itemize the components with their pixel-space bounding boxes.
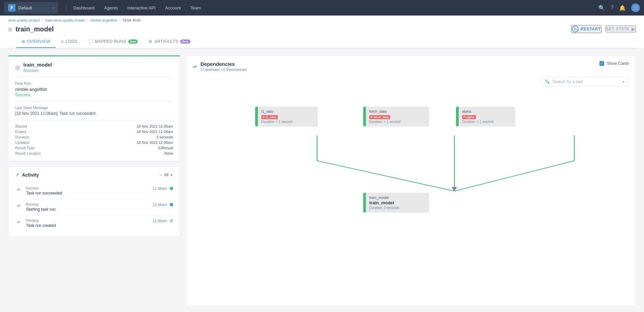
tabs: ⊞ OVERVIEW ≡ LOGS ⛶ MAPPED RUNS New ⚙ AR… — [8, 36, 636, 48]
search-icon[interactable]: 🔍 — [598, 5, 605, 11]
activity-item-time-pending: 11:05am — [153, 219, 173, 223]
tab-artifacts[interactable]: ⚙ ARTIFACTS Beta — [143, 36, 195, 48]
task-card-alpha[interactable]: alpha P alpha Duration: < 1 second — [456, 107, 515, 126]
nav-dashboard[interactable]: Dashboard — [69, 3, 99, 12]
task-card-badge-fetch: P fetch_data — [369, 115, 390, 119]
state-msg: [18 Nov 2021 11:06am]: Task run succeede… — [15, 111, 173, 116]
activity-filter[interactable]: → All ▼ — [159, 173, 173, 177]
artifacts-beta-badge: Beta — [180, 40, 190, 44]
topnav-icons: 🔍 ? 🔔 — [598, 3, 640, 12]
tab-logs[interactable]: ≡ LOGS — [56, 36, 83, 48]
page-title: train_model — [16, 25, 54, 33]
task-card-name-train: train_model — [369, 196, 426, 200]
flow-run-status: Success — [15, 93, 173, 97]
set-state-icon: ▶ — [632, 26, 636, 32]
activity-item-icon-running: ⇌ — [15, 203, 22, 208]
tab-overview[interactable]: ⊞ OVERVIEW — [16, 36, 56, 48]
activity-item-content-running: Running Starting task run. — [26, 203, 149, 212]
breadcrumb-bar: wine-quality-project › train-wine-qualit… — [0, 16, 644, 49]
breadcrumb-sep-3: › — [119, 18, 120, 22]
meta-result-loc-value: None — [94, 151, 173, 155]
activity-item-success: ⇌ Success Task run succeeded. 11:06am — [15, 183, 173, 199]
info-card-divider-3 — [15, 120, 173, 120]
activity-item-time-success: 11:06am — [153, 186, 173, 190]
info-card-divider-1 — [15, 77, 173, 77]
info-card-divider-2 — [15, 101, 173, 102]
breadcrumb-run[interactable]: nimble-angelfish — [90, 18, 117, 22]
task-card-badge-alpha: P alpha — [462, 115, 476, 119]
info-card-icon: ◎ — [15, 64, 20, 71]
search-task-input-container[interactable]: 🔍 Search for a task ▼ — [541, 77, 629, 86]
svg-line-4 — [454, 161, 574, 191]
meta-ended-label: Ended — [15, 130, 94, 134]
activity-icon: ↗ — [15, 172, 19, 178]
page-title-left: ◎ train_model — [8, 25, 54, 33]
overview-icon: ⊞ — [22, 39, 25, 44]
dot-pending — [170, 219, 173, 223]
activity-item-icon-pending: ⇌ — [15, 219, 22, 224]
user-avatar[interactable] — [631, 3, 640, 12]
meta-duration-label: Duration — [15, 135, 94, 139]
meta-started-label: Started — [15, 124, 94, 128]
state-msg-label: Last State Message — [15, 106, 173, 110]
mapped-runs-icon: ⛶ — [88, 39, 93, 44]
activity-item-desc-success: Task run succeeded. — [26, 191, 149, 196]
avatar-icon — [633, 6, 638, 10]
help-icon[interactable]: ? — [611, 5, 614, 11]
show-cards-checkbox[interactable]: ✓ — [599, 61, 604, 66]
task-card-name-l1: l1_ratio — [261, 109, 314, 113]
task-card-l1-ratio[interactable]: l1_ratio P l1_ratio Duration: < 1 second — [255, 107, 318, 126]
breadcrumb-flow[interactable]: train-wine-quality-model — [45, 18, 85, 22]
task-card-bold-train: train_model — [369, 200, 426, 205]
brand-logo: P — [8, 4, 16, 11]
meta-result-type-label: Result Type — [15, 146, 94, 150]
info-card-header: ◎ train_model Success — [15, 62, 173, 73]
deps-header: ⇌ Dependencies 3 Upstream • 0 Downstream… — [193, 61, 629, 72]
show-cards-label: Show Cards — [607, 61, 629, 66]
notifications-icon[interactable]: 🔔 — [619, 5, 626, 11]
activity-item-status-success: Success — [26, 186, 149, 190]
task-card-name-alpha: alpha — [462, 109, 512, 113]
dot-running — [170, 203, 173, 206]
flow-run-section: Flow Run nimble-angelfish Success — [15, 81, 173, 97]
flow-run-name[interactable]: nimble-angelfish — [15, 87, 173, 92]
nav-agents[interactable]: Agents — [100, 3, 122, 12]
task-card-body-train: train_model train_model Duration: 3 seco… — [366, 193, 429, 212]
search-task-icon: 🔍 — [545, 79, 550, 84]
breadcrumb-sep-2: › — [87, 18, 88, 22]
set-state-button[interactable]: SET STATE ▶ — [606, 26, 636, 32]
left-panel: ◎ train_model Success Flow Run nimble-an… — [8, 55, 180, 307]
task-card-name-fetch: fetch_data — [369, 109, 426, 113]
activity-item-status-pending: Pending — [26, 219, 149, 223]
brand-selector[interactable]: P Default › — [4, 2, 58, 14]
task-card-stripe-l1 — [255, 107, 258, 126]
task-card-stripe-train — [363, 193, 366, 212]
flow-run-label: Flow Run — [15, 81, 173, 85]
task-card-fetch-data[interactable]: fetch_data P fetch_data Duration: < 1 se… — [363, 107, 429, 126]
task-card-body-alpha: alpha P alpha Duration: < 1 second — [459, 107, 515, 126]
info-meta-grid: Started 18 Nov 2021 11:06am Ended 18 Nov… — [15, 124, 173, 155]
activity-filter-label: All — [164, 173, 168, 177]
tab-mapped-runs[interactable]: ⛶ MAPPED RUNS New — [83, 36, 143, 48]
deps-title: Dependencies — [200, 61, 247, 67]
activity-item-time-running: 11:06am — [153, 203, 173, 207]
task-card-train-model[interactable]: train_model train_model Duration: 3 seco… — [363, 193, 429, 212]
nav-divider — [66, 3, 66, 13]
task-card-stripe-alpha — [456, 107, 459, 126]
breadcrumb-project[interactable]: wine-quality-project — [8, 18, 40, 22]
search-task-row: 🔍 Search for a task ▼ — [193, 77, 629, 86]
activity-list: ⇌ Success Task run succeeded. 11:06am ⇌ … — [15, 183, 173, 231]
activity-filter-dropdown-icon: ▼ — [170, 173, 173, 177]
main-layout: ◎ train_model Success Flow Run nimble-an… — [0, 49, 644, 312]
activity-header: ↗ Activity → All ▼ — [15, 172, 173, 178]
activity-item-content-pending: Pending Task run created — [26, 219, 149, 228]
nav-account[interactable]: Account — [161, 3, 185, 12]
show-cards-row: ✓ Show Cards — [599, 61, 629, 66]
state-msg-section: Last State Message [18 Nov 2021 11:06am]… — [15, 106, 173, 116]
nav-interactive-api[interactable]: Interactive API — [123, 3, 160, 12]
restart-button[interactable]: ↻ RESTART — [571, 25, 601, 33]
nav-team[interactable]: Team — [186, 3, 205, 12]
task-card-duration-alpha: Duration: < 1 second — [462, 120, 512, 124]
breadcrumb-sep-1: › — [42, 18, 44, 22]
dot-success — [170, 187, 173, 190]
